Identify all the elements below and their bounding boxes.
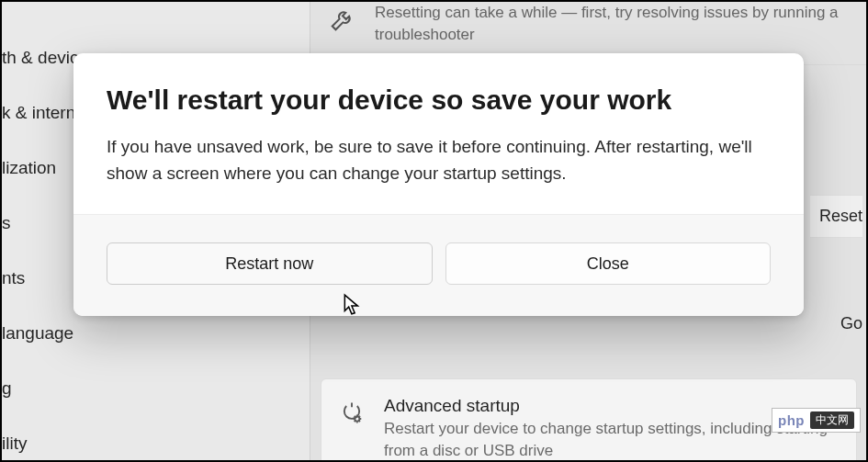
dialog-message: If you have unsaved work, be sure to sav…: [107, 134, 771, 186]
watermark-brand: php: [778, 412, 805, 428]
watermark-suffix: 中文网: [810, 411, 854, 429]
close-button[interactable]: Close: [445, 242, 772, 285]
dialog-button-row: Restart now Close: [73, 214, 804, 316]
dialog-title: We'll restart your device so save your w…: [107, 85, 771, 116]
restart-confirmation-dialog: We'll restart your device so save your w…: [73, 53, 804, 316]
restart-now-button[interactable]: Restart now: [107, 242, 433, 285]
watermark: php 中文网: [772, 408, 861, 433]
